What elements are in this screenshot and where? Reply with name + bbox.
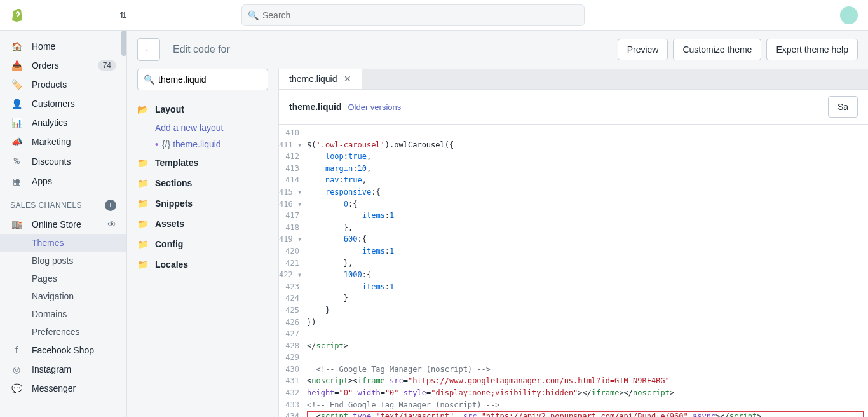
code-line[interactable]: 420 items:1 xyxy=(279,245,868,257)
editing-filename: theme.liquid xyxy=(289,102,341,112)
file-tree-panel: 🔍 📂Layout Add a new layout {/}theme.liqu… xyxy=(127,69,278,417)
code-line[interactable]: 430 <!-- Google Tag Manager (noscript) -… xyxy=(279,364,868,376)
content: ← Edit code for Preview Customize theme … xyxy=(127,31,868,417)
subnav-themes[interactable]: Themes xyxy=(0,234,126,252)
nav-label: Products xyxy=(32,79,67,90)
nav-label: Customers xyxy=(32,99,75,109)
subnav-blog-posts[interactable]: Blog posts xyxy=(32,252,126,270)
code-line[interactable]: 431<noscript><iframe src="https://www.go… xyxy=(279,375,868,387)
older-versions-link[interactable]: Older versions xyxy=(348,102,401,112)
expert-help-button[interactable]: Expert theme help xyxy=(766,39,858,60)
add-channel-button[interactable]: + xyxy=(105,200,116,211)
folder-layout[interactable]: 📂Layout xyxy=(137,99,268,120)
nav-orders[interactable]: 📥Orders74 xyxy=(0,56,126,75)
arrow-left-icon: ← xyxy=(144,44,153,55)
code-line[interactable]: 425 } xyxy=(279,304,868,317)
code-line[interactable]: 415 ▾ responsive:{ xyxy=(279,186,868,198)
nav-marketing[interactable]: 📣Marketing xyxy=(0,132,126,151)
code-line[interactable]: 424 } xyxy=(279,292,868,304)
code-line[interactable]: 411 ▾$('.owl-carousel').owlCarousel({ xyxy=(279,139,868,151)
code-line[interactable]: 412 loop:true, xyxy=(279,151,868,163)
nav-facebook[interactable]: fFacebook Shop xyxy=(0,341,126,360)
nav-online-store[interactable]: 🏬Online Store👁 xyxy=(0,215,126,234)
folder-sections[interactable]: 📁Sections xyxy=(137,173,268,193)
preview-button[interactable]: Preview xyxy=(618,39,668,60)
nav-home[interactable]: 🏠Home xyxy=(0,37,126,56)
code-line[interactable]: 432height="0" width="0" style="display:n… xyxy=(279,387,868,399)
nav-apps[interactable]: ▦Apps xyxy=(0,172,126,191)
code-line[interactable]: 422 ▾ 1000:{ xyxy=(279,269,868,281)
search-icon: 🔍 xyxy=(248,10,259,20)
nav-label: Online Store xyxy=(32,219,81,229)
folder-templates[interactable]: 📁Templates xyxy=(137,153,268,173)
orders-icon: 📥 xyxy=(10,60,23,71)
code-line[interactable]: 418 }, xyxy=(279,222,868,234)
code-line[interactable]: 421 }, xyxy=(279,257,868,270)
folder-config[interactable]: 📁Config xyxy=(137,234,268,254)
avatar[interactable] xyxy=(840,6,858,24)
file-theme-liquid[interactable]: {/}theme.liquid xyxy=(155,136,268,153)
tab-theme-liquid[interactable]: theme.liquid✕ xyxy=(279,69,362,89)
nav-label: Discounts xyxy=(32,156,71,167)
code-line[interactable]: 416 ▾ 0:{ xyxy=(279,198,868,210)
nav-customers[interactable]: 👤Customers xyxy=(0,94,126,113)
code-line[interactable]: 429 xyxy=(279,352,868,364)
products-icon: 🏷️ xyxy=(10,79,23,90)
nav-label: Messenger xyxy=(32,383,76,393)
shopify-logo-icon xyxy=(10,8,25,23)
file-search-input[interactable] xyxy=(137,69,268,90)
store-switcher[interactable]: ⇅ xyxy=(32,10,127,20)
home-icon: 🏠 xyxy=(10,41,23,51)
folder-icon: 📁 xyxy=(137,158,147,168)
nav-label: Marketing xyxy=(32,137,71,147)
store-icon: 🏬 xyxy=(10,219,23,229)
code-line[interactable]: 426}) xyxy=(279,317,868,329)
folder-snippets[interactable]: 📁Snippets xyxy=(137,193,268,214)
file-header: theme.liquid Older versions Sa xyxy=(279,90,868,125)
toolbar: ← Edit code for Preview Customize theme … xyxy=(127,31,868,69)
facebook-icon: f xyxy=(10,345,23,355)
page-title: Edit code for xyxy=(173,44,230,55)
close-tab-icon[interactable]: ✕ xyxy=(344,74,351,84)
code-line[interactable]: 414 nav:true, xyxy=(279,174,868,186)
add-new-layout-link[interactable]: Add a new layout xyxy=(155,120,268,136)
customers-icon: 👤 xyxy=(10,99,23,109)
back-button[interactable]: ← xyxy=(137,38,160,61)
folder-open-icon: 📂 xyxy=(137,104,147,114)
subnav-domains[interactable]: Domains xyxy=(32,305,126,323)
tab-label: theme.liquid xyxy=(289,74,337,84)
messenger-icon: 💬 xyxy=(10,383,23,393)
folder-assets[interactable]: 📁Assets xyxy=(137,214,268,234)
code-line[interactable]: 419 ▾ 600:{ xyxy=(279,233,868,245)
code-content[interactable]: 410411 ▾$('.owl-carousel').owlCarousel({… xyxy=(279,125,868,417)
nav-label: Facebook Shop xyxy=(32,345,94,355)
folder-locales[interactable]: 📁Locales xyxy=(137,254,268,275)
apps-icon: ▦ xyxy=(10,176,23,186)
subnav-pages[interactable]: Pages xyxy=(32,270,126,287)
code-line[interactable]: 434 <script type="text/javascript" src="… xyxy=(279,411,868,417)
nav-messenger[interactable]: 💬Messenger xyxy=(0,379,126,398)
code-line[interactable]: 433<!-- End Google Tag Manager (noscript… xyxy=(279,399,868,411)
liquid-file-icon: {/} xyxy=(162,139,170,149)
code-line[interactable]: 428</script> xyxy=(279,340,868,352)
discounts-icon: ％ xyxy=(10,156,23,167)
customize-theme-button[interactable]: Customize theme xyxy=(673,39,761,60)
subnav-navigation[interactable]: Navigation xyxy=(32,287,126,305)
sidebar: 🏠Home 📥Orders74 🏷️Products 👤Customers 📊A… xyxy=(0,31,127,417)
code-line[interactable]: 417 items:1 xyxy=(279,210,868,222)
code-line[interactable]: 427 xyxy=(279,328,868,340)
save-button[interactable]: Sa xyxy=(828,96,858,118)
nav-instagram[interactable]: ◎Instagram xyxy=(0,360,126,379)
global-search-input[interactable] xyxy=(241,4,585,26)
code-line[interactable]: 423 items:1 xyxy=(279,281,868,293)
folder-icon: 📁 xyxy=(137,178,147,188)
nav-products[interactable]: 🏷️Products xyxy=(0,75,126,94)
code-line[interactable]: 410 xyxy=(279,127,868,139)
view-store-icon[interactable]: 👁 xyxy=(107,219,116,229)
code-line[interactable]: 413 margin:10, xyxy=(279,163,868,175)
nav-discounts[interactable]: ％Discounts xyxy=(0,151,126,172)
nav-analytics[interactable]: 📊Analytics xyxy=(0,113,126,132)
nav-label: Orders xyxy=(32,60,59,71)
subnav-preferences[interactable]: Preferences xyxy=(32,323,126,341)
analytics-icon: 📊 xyxy=(10,118,23,128)
